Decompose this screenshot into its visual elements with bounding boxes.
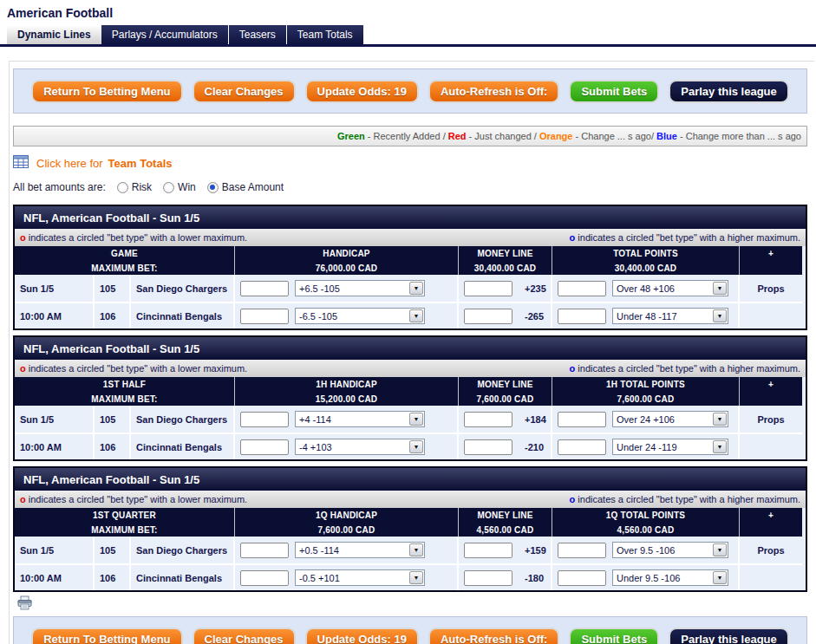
handicap-cell: +4 -114▼	[235, 406, 459, 433]
handicap-select[interactable]: +6.5 -105▼	[295, 280, 425, 296]
legend-green-desc: - Recently Added /	[365, 131, 448, 141]
maximum-bet-moneyline: 7,600.00 CAD	[459, 392, 552, 406]
team-name: Cincinnati Bengals	[131, 563, 235, 590]
update-odds-button[interactable]: Update Odds: 19	[305, 80, 419, 103]
moneyline-cell: -180	[459, 563, 552, 590]
change-color-legend: Green - Recently Added / Red - Just chan…	[13, 126, 807, 146]
handicap-bet-input[interactable]	[240, 570, 289, 586]
maximum-bet-total: 7,600.00 CAD	[552, 392, 740, 406]
parlay-league-button[interactable]: Parlay this league	[669, 80, 789, 103]
clear-changes-button[interactable]: Clear Changes	[193, 80, 296, 103]
total-bet-input[interactable]	[558, 309, 606, 324]
base-amount-radio[interactable]	[207, 182, 219, 193]
handicap-bet-input[interactable]	[240, 412, 289, 427]
moneyline-bet-input[interactable]	[464, 412, 512, 427]
props-link[interactable]: Props	[740, 406, 802, 433]
chevron-down-icon: ▼	[713, 309, 727, 322]
plus-column-header: +	[740, 246, 802, 261]
game-time: 10:00 AM	[15, 302, 95, 329]
total-points-select[interactable]: Under 24 -119▼	[612, 439, 728, 455]
moneyline-cell: +159	[459, 537, 552, 563]
bet-table: NFL, American Football - Sun 1/5 o indic…	[13, 205, 807, 330]
total-points-select[interactable]: Over 9.5 -106▼	[612, 542, 728, 558]
moneyline-bet-input[interactable]	[464, 281, 512, 296]
tab-teasers[interactable]: Teasers	[229, 25, 287, 44]
game-row: Sun 1/5 105 San Diego Chargers +6.5 -105…	[15, 275, 806, 302]
maximum-bet-total: 4,560.00 CAD	[552, 523, 740, 537]
total-bet-input[interactable]	[558, 412, 606, 427]
moneyline-bet-input[interactable]	[464, 543, 512, 558]
team-totals-link[interactable]: Click here forTeam Totals	[36, 157, 173, 170]
handicap-select[interactable]: +4 -114▼	[295, 411, 425, 427]
maximum-bet-handicap: 15,200.00 CAD	[235, 392, 459, 406]
moneyline-odds: -265	[525, 311, 544, 322]
maximum-bet-plus	[740, 523, 802, 537]
rotation-number: 106	[95, 433, 131, 459]
handicap-bet-input[interactable]	[240, 309, 289, 324]
total-points-select[interactable]: Over 48 +106▼	[612, 280, 728, 296]
submit-bets-button[interactable]: Submit Bets	[569, 628, 659, 644]
handicap-bet-input[interactable]	[240, 543, 289, 558]
moneyline-odds: -180	[525, 573, 544, 583]
moneyline-column-header: MONEY LINE	[459, 246, 552, 261]
maximum-bet-plus	[740, 261, 802, 275]
moneyline-bet-input[interactable]	[464, 439, 512, 455]
moneyline-odds: +184	[525, 414, 546, 425]
tab-team-totals[interactable]: Team Totals	[287, 25, 364, 44]
submit-bets-button[interactable]: Submit Bets	[569, 80, 659, 103]
handicap-select[interactable]: -4 +103▼	[295, 439, 425, 455]
total-points-cell: Under 48 -117▼	[552, 302, 740, 329]
lower-max-text: indicates a circled "bet type" with a lo…	[26, 494, 247, 504]
handicap-bet-input[interactable]	[240, 439, 289, 455]
game-time: 10:00 AM	[15, 433, 95, 459]
win-radio[interactable]	[163, 182, 174, 193]
game-date: Sun 1/5	[15, 537, 95, 563]
tab-parlays-accumulators[interactable]: Parlays / Accumulators	[101, 25, 229, 44]
chevron-down-icon: ▼	[409, 309, 423, 322]
total-points-select[interactable]: Under 9.5 -106▼	[612, 569, 728, 586]
parlay-league-button[interactable]: Parlay this league	[669, 628, 789, 644]
total-points-cell: Over 48 +106▼	[552, 275, 740, 302]
chevron-down-icon: ▼	[409, 571, 423, 584]
total-points-select[interactable]: Over 24 +106▼	[612, 411, 728, 427]
circled-bet-note: o indicates a circled "bet type" with a …	[15, 360, 806, 377]
handicap-select[interactable]: +0.5 -114▼	[295, 542, 425, 558]
total-bet-input[interactable]	[558, 439, 606, 455]
circled-bet-note: o indicates a circled "bet type" with a …	[15, 229, 806, 246]
auto-refresh-button[interactable]: Auto-Refresh is Off:	[428, 628, 560, 644]
moneyline-bet-input[interactable]	[464, 309, 512, 324]
clear-changes-button[interactable]: Clear Changes	[193, 628, 296, 644]
total-points-select[interactable]: Under 48 -117▼	[612, 308, 728, 324]
radio-option-base-amount[interactable]: Base Amount	[207, 181, 284, 193]
game-row: Sun 1/5 105 San Diego Chargers +4 -114▼ …	[15, 406, 806, 433]
legend-blue-label: Blue	[656, 131, 677, 141]
maximum-bet-moneyline: 4,560.00 CAD	[459, 523, 552, 537]
legend-red-label: Red	[448, 131, 467, 141]
props-link[interactable]: Props	[740, 537, 802, 563]
handicap-bet-input[interactable]	[240, 281, 289, 296]
total-bet-input[interactable]	[558, 281, 606, 296]
plus-column-header: +	[740, 508, 802, 523]
radio-option-win[interactable]: Win	[163, 181, 196, 193]
risk-radio[interactable]	[117, 182, 128, 193]
maximum-bet-plus	[740, 392, 802, 406]
maximum-bet-moneyline: 30,400.00 CAD	[459, 261, 552, 275]
handicap-cell: -4 +103▼	[235, 433, 459, 459]
return-to-betting-menu-button[interactable]: Return To Betting Menu	[31, 628, 182, 644]
props-cell-empty	[740, 302, 802, 329]
printer-icon[interactable]	[16, 595, 33, 614]
game-column-header: GAME	[15, 246, 235, 261]
total-bet-input[interactable]	[558, 543, 606, 558]
moneyline-bet-input[interactable]	[464, 570, 512, 586]
chevron-down-icon: ▼	[713, 413, 727, 426]
handicap-select[interactable]: -0.5 +101▼	[295, 569, 425, 586]
return-to-betting-menu-button[interactable]: Return To Betting Menu	[31, 80, 182, 103]
update-odds-button[interactable]: Update Odds: 19	[305, 628, 419, 644]
auto-refresh-button[interactable]: Auto-Refresh is Off:	[428, 80, 560, 103]
radio-option-risk[interactable]: Risk	[117, 181, 152, 193]
total-bet-input[interactable]	[558, 570, 606, 586]
handicap-select[interactable]: -6.5 -105▼	[295, 308, 425, 324]
lower-max-text: indicates a circled "bet type" with a lo…	[26, 363, 247, 374]
tab-dynamic-lines[interactable]: Dynamic Lines	[7, 25, 101, 44]
props-link[interactable]: Props	[740, 275, 802, 302]
